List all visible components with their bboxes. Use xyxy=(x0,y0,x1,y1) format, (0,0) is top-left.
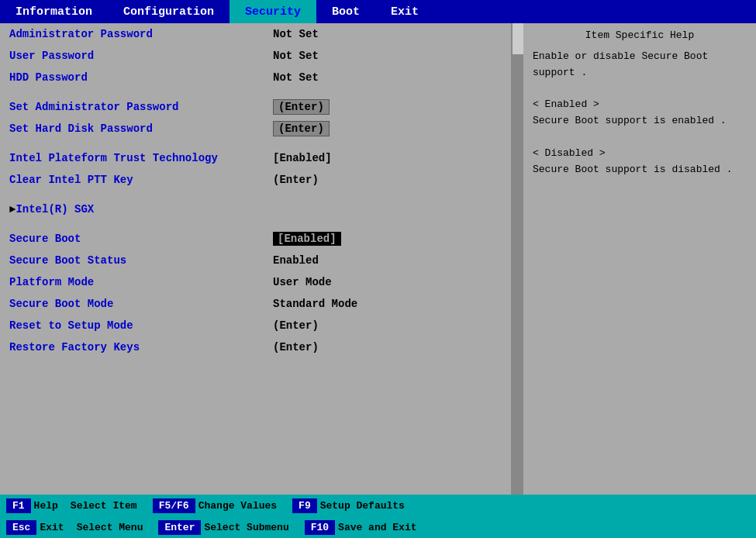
menu-boot[interactable]: Boot xyxy=(316,0,375,23)
menu-information[interactable]: Information xyxy=(0,0,108,23)
intel-sgx-row[interactable]: ► Intel(R) SGX xyxy=(0,198,511,220)
arrow-icon: ► xyxy=(9,203,16,216)
reset-setup-mode-label: Reset to Setup Mode xyxy=(9,319,273,332)
bottom-bar: F1 Help Select Item F5/F6 Change Values … xyxy=(0,495,756,538)
change-values-label: Change Values xyxy=(198,500,277,512)
setup-defaults-label: Setup Defaults xyxy=(320,500,405,512)
clear-intel-ptt-row[interactable]: Clear Intel PTT Key (Enter) xyxy=(0,169,511,191)
set-administrator-password-label: Set Administrator Password xyxy=(9,101,273,113)
reset-setup-mode-row[interactable]: Reset to Setup Mode (Enter) xyxy=(0,315,511,336)
help-content: Enable or disable Secure Boot support . … xyxy=(533,49,747,178)
secure-boot-label: Secure Boot xyxy=(9,233,273,245)
secure-boot-status-row[interactable]: Secure Boot Status Enabled xyxy=(0,250,511,271)
f1-key: F1 xyxy=(6,498,31,513)
secure-boot-mode-label: Secure Boot Mode xyxy=(9,298,273,310)
platform-mode-row[interactable]: Platform Mode User Mode xyxy=(0,271,511,293)
secure-boot-row[interactable]: Secure Boot [Enabled] xyxy=(0,228,511,250)
secure-boot-status-value: Enabled xyxy=(273,254,319,267)
administrator-password-value: Not Set xyxy=(273,28,319,40)
secure-boot-mode-value: Standard Mode xyxy=(273,298,357,310)
intel-ptt-label: Intel Plateform Trust Technology xyxy=(9,152,273,164)
help-title: Item Specific Help xyxy=(533,29,747,41)
user-password-value: Not Set xyxy=(273,50,319,62)
set-hard-disk-password-label: Set Hard Disk Password xyxy=(9,122,273,135)
f9-key: F9 xyxy=(292,498,317,513)
user-password-row[interactable]: User Password Not Set xyxy=(0,45,511,67)
user-password-label: User Password xyxy=(9,50,273,62)
save-exit-label: Save and Exit xyxy=(338,522,416,533)
main-content: Administrator Password Not Set User Pass… xyxy=(0,23,756,495)
administrator-password-row[interactable]: Administrator Password Not Set xyxy=(0,23,511,45)
menu-security[interactable]: Security xyxy=(230,0,316,23)
intel-ptt-value: [Enabled] xyxy=(273,152,332,164)
right-panel: Item Specific Help Enable or disable Sec… xyxy=(523,23,756,495)
intel-ptt-row[interactable]: Intel Plateform Trust Technology [Enable… xyxy=(0,147,511,169)
menu-exit[interactable]: Exit xyxy=(375,0,434,23)
reset-setup-mode-value: (Enter) xyxy=(273,319,319,332)
menu-configuration[interactable]: Configuration xyxy=(108,0,230,23)
select-menu-label: Select Menu xyxy=(77,522,143,533)
clear-intel-ptt-label: Clear Intel PTT Key xyxy=(9,174,273,186)
set-administrator-password-value[interactable]: (Enter) xyxy=(273,99,330,115)
intel-sgx-label: Intel(R) SGX xyxy=(16,203,279,216)
hdd-password-row[interactable]: HDD Password Not Set xyxy=(0,67,511,88)
platform-mode-label: Platform Mode xyxy=(9,276,273,288)
secure-boot-value[interactable]: [Enabled] xyxy=(273,232,341,246)
left-panel: Administrator Password Not Set User Pass… xyxy=(0,23,513,495)
set-administrator-password-row[interactable]: Set Administrator Password (Enter) xyxy=(0,96,511,118)
hdd-password-label: HDD Password xyxy=(9,71,273,84)
set-hard-disk-password-value[interactable]: (Enter) xyxy=(273,121,330,136)
clear-intel-ptt-value: (Enter) xyxy=(273,174,319,186)
secure-boot-status-label: Secure Boot Status xyxy=(9,254,273,267)
hdd-password-value: Not Set xyxy=(273,71,319,84)
menu-bar: Information Configuration Security Boot … xyxy=(0,0,756,23)
restore-factory-keys-label: Restore Factory Keys xyxy=(9,341,273,353)
exit-label: Exit xyxy=(40,522,64,533)
scrollbar-thumb[interactable] xyxy=(513,23,523,54)
enter-key: Enter xyxy=(158,520,201,535)
restore-factory-keys-row[interactable]: Restore Factory Keys (Enter) xyxy=(0,336,511,358)
scrollbar[interactable] xyxy=(513,23,523,495)
f5f6-key: F5/F6 xyxy=(153,498,195,513)
set-hard-disk-password-row[interactable]: Set Hard Disk Password (Enter) xyxy=(0,118,511,140)
esc-key: Esc xyxy=(6,520,36,535)
help-label: Help xyxy=(34,500,58,512)
platform-mode-value: User Mode xyxy=(273,276,332,288)
f10-key: F10 xyxy=(305,520,335,535)
select-item-label: Select Item xyxy=(71,500,137,512)
administrator-password-label: Administrator Password xyxy=(9,28,273,40)
restore-factory-keys-value: (Enter) xyxy=(273,341,319,353)
select-submenu-label: Select Submenu xyxy=(204,522,288,533)
secure-boot-mode-row[interactable]: Secure Boot Mode Standard Mode xyxy=(0,293,511,315)
